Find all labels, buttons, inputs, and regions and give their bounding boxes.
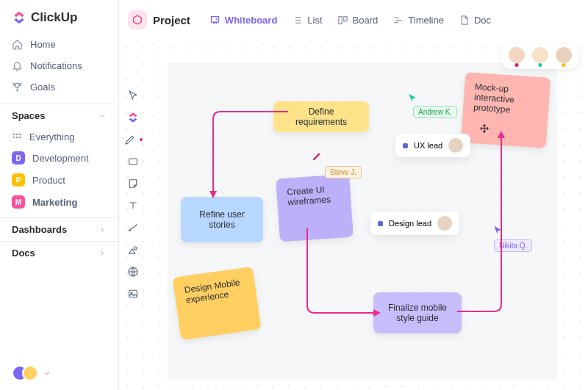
view-list-label: List	[307, 15, 322, 26]
dashboards-label: Dashboards	[12, 224, 67, 235]
tool-pointer[interactable]	[127, 90, 139, 101]
view-doc-label: Doc	[474, 15, 491, 26]
space-product[interactable]: P Product	[0, 169, 118, 191]
note-create[interactable]: Create UI wireframes	[276, 174, 354, 242]
space-marketing-label: Marketing	[32, 197, 77, 208]
space-everything[interactable]: Everything	[0, 127, 118, 147]
note-text: Refine user stories	[191, 209, 253, 230]
space-everything-label: Everything	[29, 131, 74, 142]
move-handle-icon[interactable]	[479, 123, 490, 137]
clickup-icon	[127, 112, 139, 123]
list-icon	[292, 15, 303, 26]
note-finalize[interactable]: Finalize mobile style guide	[373, 292, 462, 333]
pencil-cursor-icon	[312, 151, 322, 165]
note-refine[interactable]: Refine user stories	[181, 197, 263, 242]
pointer-icon	[127, 90, 139, 101]
grid-icon	[12, 132, 22, 142]
tag-design-lead[interactable]: Design lead	[370, 212, 459, 235]
tool-connector[interactable]	[127, 222, 139, 234]
tool-pen[interactable]	[124, 134, 143, 145]
whiteboard-icon	[209, 15, 220, 26]
dashboards-header[interactable]: Dashboards	[0, 217, 118, 241]
avatar	[448, 138, 463, 153]
project-label: Project	[153, 14, 190, 26]
view-board-label: Board	[353, 15, 379, 26]
status-dot	[515, 63, 519, 67]
collaborator-avatar[interactable]	[509, 47, 525, 63]
note-text: Finalize mobile style guide	[384, 303, 451, 323]
project-icon	[128, 10, 147, 29]
view-timeline-label: Timeline	[408, 15, 444, 26]
svg-rect-10	[129, 290, 137, 297]
tool-image[interactable]	[127, 288, 139, 300]
space-product-label: Product	[32, 175, 65, 186]
brand: ClickUp	[0, 0, 118, 34]
view-timeline[interactable]: Timeline	[392, 15, 444, 26]
project-chip[interactable]: Project	[128, 10, 190, 29]
chevron-down-icon	[43, 369, 51, 378]
svg-point-2	[19, 133, 21, 134]
tool-web[interactable]	[127, 266, 139, 278]
timeline-icon	[392, 15, 404, 26]
space-development-label: Development	[32, 153, 89, 164]
svg-point-1	[16, 133, 18, 134]
nav-home[interactable]: Home	[0, 34, 118, 55]
note-text: Design Mobile experience	[184, 277, 240, 305]
profile-switcher[interactable]	[0, 356, 118, 390]
collaborator-avatar[interactable]	[532, 47, 548, 63]
tool-rectangle[interactable]	[127, 156, 139, 167]
sidebar: ClickUp Home Notifications Goals Spaces …	[0, 0, 119, 390]
tool-text[interactable]	[127, 200, 139, 212]
space-development[interactable]: D Development	[0, 147, 118, 169]
arrow-cursor-icon	[492, 225, 503, 238]
spaces-header[interactable]: Spaces	[0, 104, 118, 127]
svg-point-0	[13, 133, 15, 134]
whiteboard-canvas[interactable]: Define requirements Refine user stories …	[119, 40, 588, 390]
view-board[interactable]: Board	[337, 15, 379, 26]
shapes-icon	[127, 244, 139, 256]
note-define[interactable]: Define requirements	[273, 101, 369, 132]
toolbox	[123, 90, 143, 300]
note-text: Mock-up interactive prototype	[473, 82, 515, 115]
clickup-logo-icon	[12, 10, 26, 25]
space-badge-mkt: M	[12, 195, 25, 209]
note-mobile[interactable]: Design Mobile experience	[173, 267, 262, 340]
nav-notifications-label: Notifications	[30, 60, 82, 71]
tag-label: UX lead	[414, 141, 442, 150]
cursor-label-andrew: Andrew K.	[413, 106, 457, 118]
tool-sticky[interactable]	[127, 178, 139, 189]
view-whiteboard[interactable]: Whiteboard	[209, 15, 278, 26]
note-mockup[interactable]: Mock-up interactive prototype	[461, 72, 551, 148]
note-text: Define requirements	[284, 106, 359, 127]
collaborator-avatar[interactable]	[556, 47, 572, 63]
arrow-cursor-icon	[407, 93, 417, 106]
space-badge-dev: D	[12, 151, 25, 165]
tag-ux-lead[interactable]: UX lead	[395, 134, 470, 157]
svg-point-4	[16, 136, 18, 137]
space-marketing[interactable]: M Marketing	[0, 191, 118, 213]
status-square-icon	[378, 221, 383, 226]
svg-rect-7	[343, 16, 346, 21]
spaces-header-label: Spaces	[12, 110, 46, 121]
nav-home-label: Home	[30, 39, 56, 50]
bell-icon	[12, 60, 23, 71]
nav-notifications[interactable]: Notifications	[0, 55, 118, 76]
status-dot	[539, 63, 542, 67]
avatar	[22, 365, 38, 381]
svg-rect-6	[338, 16, 341, 24]
board-icon	[337, 15, 348, 26]
docs-label: Docs	[12, 248, 35, 259]
view-doc[interactable]: Doc	[459, 15, 491, 26]
tool-clickup[interactable]	[127, 112, 139, 123]
sticky-icon	[127, 178, 139, 189]
nav-goals[interactable]: Goals	[0, 76, 118, 98]
tag-label: Design lead	[389, 219, 431, 228]
tool-shapes[interactable]	[127, 244, 139, 256]
collaborators[interactable]	[501, 44, 579, 69]
docs-header[interactable]: Docs	[0, 241, 118, 264]
view-list[interactable]: List	[292, 15, 322, 26]
space-badge-prod: P	[12, 173, 25, 187]
topbar: Project Whiteboard List Board Timeline D…	[119, 0, 588, 40]
nav-goals-label: Goals	[30, 82, 55, 93]
cursor-label-nikita: Nikita Q.	[494, 239, 532, 252]
